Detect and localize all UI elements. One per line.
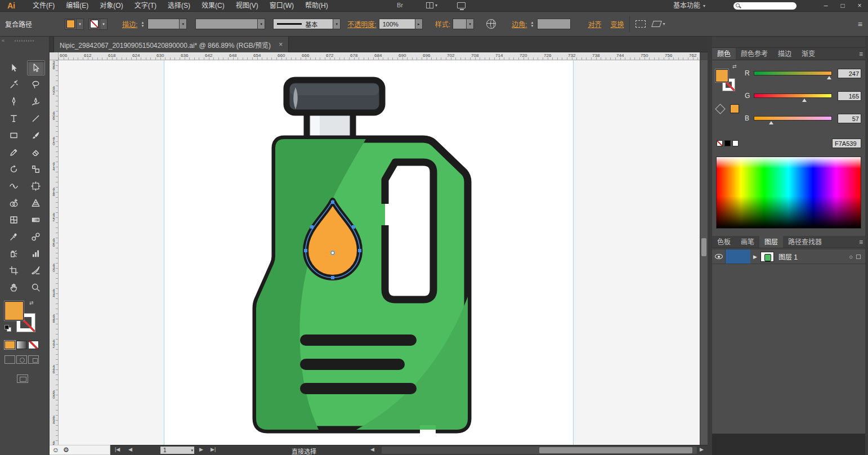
scroll-right-icon[interactable]: ▶	[700, 447, 704, 452]
none-button[interactable]	[28, 341, 39, 349]
menu-item[interactable]: 窗口(W)	[264, 0, 299, 12]
scrollbar-thumb[interactable]	[701, 238, 706, 256]
slider-thumb[interactable]	[827, 76, 831, 79]
anchor-point[interactable]	[331, 200, 334, 204]
default-fill-stroke-icon[interactable]	[5, 325, 12, 332]
anchor-point[interactable]	[358, 249, 361, 252]
white-swatch[interactable]	[732, 140, 739, 146]
search-input[interactable]	[733, 2, 797, 10]
width-tool[interactable]	[5, 179, 23, 194]
menu-item[interactable]: 对象(O)	[94, 0, 128, 12]
scroll-left-icon[interactable]: ◀	[370, 447, 374, 452]
gamut-color-swatch[interactable]	[730, 104, 739, 113]
color-spectrum[interactable]	[716, 157, 861, 229]
zoom-tool[interactable]	[27, 280, 45, 295]
corner-combo[interactable]	[537, 19, 571, 29]
restore-button[interactable]: □	[834, 0, 851, 12]
channel-value[interactable]: 165	[838, 91, 861, 101]
chevron-down-icon[interactable]: ▾	[663, 21, 665, 26]
black-swatch[interactable]	[724, 140, 731, 146]
last-artboard-button[interactable]: ▶|	[211, 447, 216, 452]
arrange-documents-button[interactable]: ▾	[426, 2, 437, 8]
channel-value[interactable]: 247	[838, 69, 861, 78]
lasso-tool[interactable]	[27, 77, 45, 92]
panel-dock-header[interactable]	[712, 37, 865, 48]
menu-item[interactable]: 选择(S)	[162, 0, 196, 12]
minimize-button[interactable]: –	[817, 0, 834, 12]
layer-thumbnail[interactable]	[760, 252, 774, 262]
anchor-point[interactable]	[352, 225, 355, 229]
channel-slider-r[interactable]	[754, 71, 832, 75]
layer-row[interactable]: ▶ 图层 1 ○	[712, 249, 865, 264]
menu-item[interactable]: 帮助(H)	[299, 0, 334, 12]
screen-mode-button[interactable]	[17, 374, 28, 383]
color-button[interactable]	[5, 341, 15, 349]
close-icon[interactable]: ×	[279, 41, 283, 48]
horizontal-scrollbar[interactable]	[382, 447, 697, 454]
stroke-width-combo[interactable]: ▾	[147, 19, 187, 29]
layer-selection-highlight[interactable]	[726, 249, 750, 264]
hand-tool[interactable]	[5, 280, 23, 295]
close-button[interactable]: ×	[851, 0, 868, 12]
tab-color[interactable]: 颜色	[712, 48, 736, 60]
layer-name[interactable]: 图层 1	[778, 252, 798, 261]
out-of-gamut-cube-icon[interactable]	[715, 104, 725, 114]
prev-artboard-button[interactable]: ◀	[128, 447, 132, 452]
center-point[interactable]	[331, 251, 334, 255]
type-tool[interactable]	[5, 111, 23, 126]
tab-layers[interactable]: 图层	[759, 236, 783, 248]
target-circle-icon[interactable]: ○	[849, 253, 853, 260]
bridge-button[interactable]: Br	[397, 2, 403, 8]
paintbrush-tool[interactable]	[27, 128, 45, 143]
swap-fill-stroke-icon[interactable]: ⇄	[732, 64, 737, 69]
next-artboard-button[interactable]: ▶	[199, 447, 203, 452]
menu-item[interactable]: 效果(C)	[196, 0, 230, 12]
canvas[interactable]	[59, 60, 700, 445]
menu-item[interactable]: 文字(T)	[129, 0, 162, 12]
horizontal-ruler[interactable]: 6066126186246306366426486546606666726786…	[59, 52, 700, 60]
ruler-corner[interactable]	[50, 52, 59, 60]
channel-slider-g[interactable]	[754, 93, 832, 98]
visibility-cell[interactable]	[712, 249, 726, 264]
ime-icon[interactable]: ☺	[52, 445, 59, 454]
artwork-jerry-can[interactable]	[59, 60, 700, 445]
draw-behind-button[interactable]	[16, 355, 27, 364]
slider-thumb[interactable]	[769, 121, 773, 124]
document-tab[interactable]: Nipic_29842067_20190905150420890000.ai* …	[53, 37, 289, 52]
transform-link[interactable]: 变换	[610, 19, 624, 29]
tab-pathfinder[interactable]: 路径查找器	[783, 236, 827, 248]
opacity-combo[interactable]: 100%▸	[379, 19, 423, 29]
gpu-performance-icon[interactable]	[457, 2, 466, 8]
swap-fill-stroke-icon[interactable]: ⇄	[29, 300, 34, 306]
none-swatch[interactable]	[717, 140, 723, 146]
draw-normal-button[interactable]	[5, 355, 15, 364]
collapse-panel-icon[interactable]: «	[2, 38, 5, 43]
scale-tool[interactable]	[27, 162, 45, 177]
label-stripe[interactable]	[300, 359, 405, 370]
menu-item[interactable]: 文件(F)	[27, 0, 60, 12]
style-combo[interactable]: ▾	[453, 19, 474, 29]
panel-grip[interactable]	[15, 40, 35, 42]
hex-value-field[interactable]: F7A539	[832, 139, 861, 148]
tab-gradient[interactable]: 渐变	[797, 48, 820, 60]
stroke-link[interactable]: 描边:	[122, 19, 137, 29]
selection-tool[interactable]	[5, 60, 23, 75]
channel-value[interactable]: 57	[838, 114, 861, 123]
scrollbar-thumb[interactable]	[539, 447, 692, 453]
eraser-tool[interactable]	[27, 145, 45, 160]
corner-stepper[interactable]: ▲▼	[529, 21, 535, 28]
slice-tool[interactable]	[27, 263, 45, 278]
stroke-width-stepper[interactable]: ▲▼	[139, 21, 146, 28]
panel-menu-icon[interactable]: ≡	[859, 48, 863, 60]
can-handle-cutout[interactable]	[385, 162, 433, 300]
blend-tool[interactable]	[27, 229, 45, 244]
draw-inside-button[interactable]	[28, 355, 39, 364]
direct-selection-tool[interactable]	[27, 60, 45, 75]
shape-builder-tool[interactable]	[5, 195, 23, 211]
expand-arrow-icon[interactable]: ▶	[753, 254, 757, 260]
menu-item[interactable]: 视图(V)	[230, 0, 264, 12]
eyedropper-tool[interactable]	[5, 229, 23, 244]
vertical-ruler[interactable]: 3984024064104144184224264304344384424464…	[50, 60, 59, 445]
selection-indicator-square[interactable]	[856, 255, 861, 259]
corner-link[interactable]: 边角:	[512, 19, 527, 29]
